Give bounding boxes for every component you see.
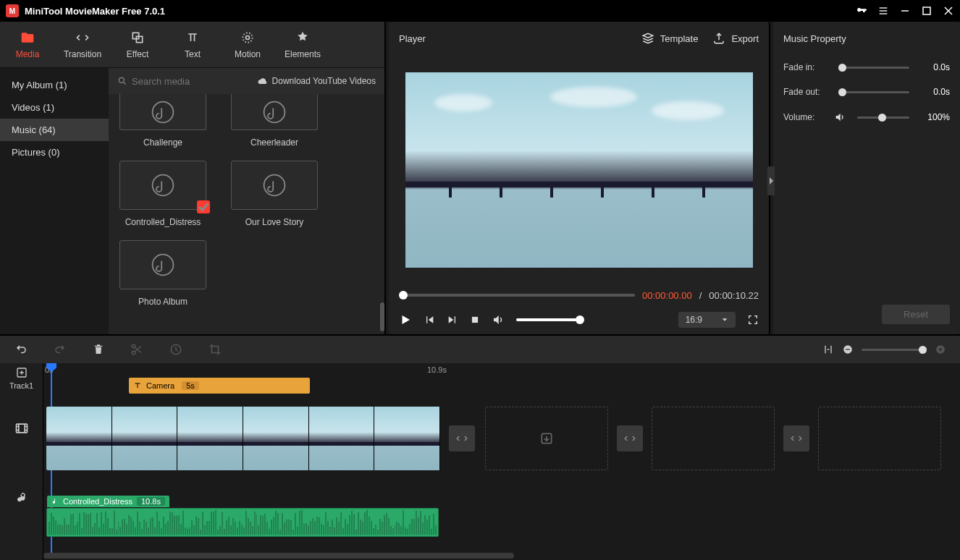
template-button[interactable]: Template bbox=[641, 32, 699, 45]
transition-slot[interactable] bbox=[617, 425, 643, 451]
tab-elements[interactable]: Elements bbox=[275, 22, 330, 67]
stop-button[interactable] bbox=[470, 315, 480, 325]
media-challenge[interactable] bbox=[119, 94, 206, 130]
property-title: Music Property bbox=[773, 22, 960, 55]
text-icon bbox=[133, 381, 142, 390]
crop-button[interactable] bbox=[209, 343, 222, 356]
zoom-out-button[interactable] bbox=[843, 344, 853, 355]
media-our-love-story[interactable] bbox=[231, 161, 318, 210]
audio-clip-name: Controlled_Distress bbox=[63, 497, 132, 506]
timeline: Track1 0s 10.9s Camera 5s bbox=[0, 363, 960, 560]
volume-slider[interactable] bbox=[516, 318, 581, 321]
tab-motion[interactable]: Motion bbox=[220, 22, 275, 67]
tab-transition[interactable]: Transition bbox=[55, 22, 110, 67]
svg-rect-4 bbox=[923, 7, 930, 14]
sidebar-item-music[interactable]: Music (64) bbox=[0, 119, 109, 141]
redo-button[interactable] bbox=[54, 343, 67, 356]
media-label: Our Love Story bbox=[245, 217, 304, 227]
transition-slot[interactable] bbox=[449, 425, 475, 451]
tab-text-label: Text bbox=[185, 49, 201, 59]
aspect-ratio-select[interactable]: 16:9 bbox=[678, 312, 736, 328]
text-clip-name: Camera bbox=[146, 381, 174, 390]
svg-point-9 bbox=[246, 35, 250, 39]
text-clip-duration: 5s bbox=[182, 381, 199, 390]
fullscreen-button[interactable] bbox=[747, 314, 759, 326]
timeline-toolbar bbox=[0, 334, 960, 363]
seek-slider[interactable] bbox=[399, 294, 635, 297]
aspect-value: 16:9 bbox=[686, 315, 702, 325]
player-title: Player bbox=[399, 33, 426, 44]
export-label: Export bbox=[731, 33, 759, 44]
export-button[interactable]: Export bbox=[712, 32, 759, 45]
timeline-ruler[interactable]: 0s 10.9s bbox=[43, 363, 960, 379]
search-input[interactable] bbox=[132, 76, 233, 87]
media-cheerleader[interactable] bbox=[231, 94, 318, 130]
media-photo-album[interactable] bbox=[119, 240, 206, 289]
audio-clip[interactable]: Controlled_Distress 10.8s bbox=[46, 508, 439, 537]
cloud-download-icon bbox=[258, 76, 268, 86]
media-scrollbar[interactable] bbox=[380, 302, 384, 331]
svg-rect-26 bbox=[940, 347, 940, 352]
search-icon bbox=[117, 76, 127, 86]
timeline-body[interactable]: 0s 10.9s Camera 5s Controlled_Distress 1… bbox=[43, 363, 960, 560]
fit-button[interactable] bbox=[822, 344, 834, 355]
zoom-slider[interactable] bbox=[862, 349, 927, 351]
undo-button[interactable] bbox=[14, 343, 28, 356]
sidebar-item-album[interactable]: My Album (1) bbox=[0, 74, 109, 96]
maximize-button[interactable] bbox=[921, 5, 932, 17]
sidebar-item-pictures[interactable]: Pictures (0) bbox=[0, 141, 109, 164]
track-label: Track1 bbox=[9, 381, 33, 390]
next-frame-button[interactable] bbox=[447, 314, 458, 326]
speed-button[interactable] bbox=[169, 343, 182, 356]
current-time: 00:00:00.00 bbox=[642, 290, 692, 301]
download-link-label: Download YouTube Videos bbox=[272, 76, 376, 86]
empty-video-slot[interactable] bbox=[652, 407, 775, 470]
media-controlled-distress[interactable] bbox=[119, 161, 206, 210]
text-clip[interactable]: Camera 5s bbox=[129, 378, 310, 394]
player-panel: Player Template Export bbox=[389, 22, 770, 334]
tab-transition-label: Transition bbox=[64, 49, 101, 59]
play-button[interactable] bbox=[399, 313, 412, 326]
timeline-scrollbar[interactable] bbox=[43, 553, 514, 559]
transition-slot[interactable] bbox=[783, 425, 809, 451]
empty-video-slot[interactable] bbox=[818, 407, 941, 470]
collapse-panel-button[interactable] bbox=[767, 166, 775, 195]
svg-point-13 bbox=[153, 101, 174, 122]
check-badge-icon bbox=[197, 200, 210, 213]
tab-elements-label: Elements bbox=[285, 49, 321, 59]
menu-icon[interactable] bbox=[877, 5, 889, 17]
zoom-in-button[interactable] bbox=[935, 344, 946, 355]
tab-text[interactable]: Text bbox=[165, 22, 220, 67]
app-title: MiniTool MovieMaker Free 7.0.1 bbox=[25, 6, 165, 17]
tab-effect-label: Effect bbox=[127, 49, 148, 59]
tab-media[interactable]: Media bbox=[0, 22, 55, 67]
svg-point-17 bbox=[153, 255, 174, 276]
svg-point-15 bbox=[153, 175, 174, 196]
close-button[interactable] bbox=[943, 5, 954, 17]
reset-button[interactable]: Reset bbox=[882, 305, 950, 324]
total-time: 00:00:10.22 bbox=[709, 290, 759, 301]
svg-rect-18 bbox=[472, 317, 478, 323]
tab-effect[interactable]: Effect bbox=[110, 22, 165, 67]
download-youtube-link[interactable]: Download YouTube Videos bbox=[258, 76, 376, 86]
volume-button[interactable] bbox=[492, 313, 505, 326]
sidebar-item-videos[interactable]: Videos (1) bbox=[0, 96, 109, 119]
prop-volume-slider[interactable] bbox=[857, 116, 909, 119]
delete-button[interactable] bbox=[93, 343, 104, 356]
media-label: Controlled_Distress bbox=[125, 217, 201, 227]
minimize-button[interactable] bbox=[899, 5, 911, 17]
split-button[interactable] bbox=[130, 343, 143, 356]
audio-track-icon bbox=[0, 463, 43, 533]
media-label: Photo Album bbox=[138, 297, 188, 307]
fade-out-slider[interactable] bbox=[838, 91, 909, 93]
search-box[interactable] bbox=[117, 76, 252, 87]
empty-video-slot[interactable] bbox=[485, 407, 608, 470]
volume-value: 100% bbox=[921, 112, 950, 122]
fade-out-value: 0.0s bbox=[921, 87, 950, 97]
speaker-icon bbox=[834, 111, 846, 123]
fade-in-slider[interactable] bbox=[838, 67, 909, 69]
video-clip[interactable] bbox=[46, 407, 440, 470]
add-track-button[interactable]: Track1 bbox=[0, 363, 43, 394]
prev-frame-button[interactable] bbox=[424, 314, 435, 326]
key-icon[interactable] bbox=[856, 5, 867, 17]
